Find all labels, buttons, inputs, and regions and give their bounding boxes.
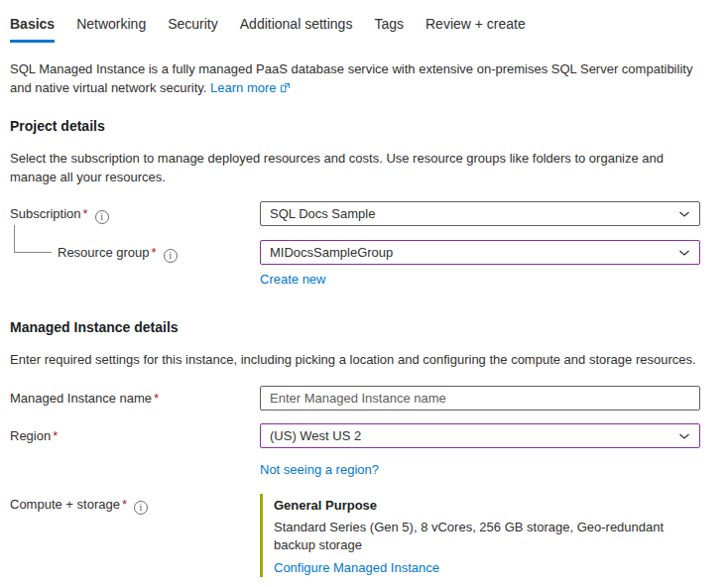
- instance-name-label-cell: Managed Instance name*: [10, 386, 260, 406]
- external-link-icon: [280, 82, 291, 93]
- chevron-down-icon: [678, 247, 690, 259]
- subscription-dropdown-value: SQL Docs Sample: [270, 206, 375, 221]
- info-icon[interactable]: i: [95, 210, 109, 224]
- learn-more-label: Learn more: [210, 80, 276, 95]
- instance-name-input[interactable]: [260, 386, 700, 411]
- tab-additional-settings[interactable]: Additional settings: [240, 12, 353, 43]
- tab-tags[interactable]: Tags: [374, 12, 404, 43]
- region-label: Region: [10, 428, 51, 443]
- subscription-dropdown[interactable]: SQL Docs Sample: [260, 201, 700, 226]
- region-dropdown-value: (US) West US 2: [270, 428, 361, 443]
- service-description: SQL Managed Instance is a fully managed …: [10, 59, 704, 97]
- chevron-down-icon: [678, 208, 690, 220]
- learn-more-link[interactable]: Learn more: [210, 80, 291, 95]
- region-help-row: Not seeing a region?: [10, 462, 718, 477]
- tab-networking[interactable]: Networking: [76, 12, 146, 43]
- service-description-text: SQL Managed Instance is a fully managed …: [10, 61, 692, 95]
- required-asterisk: *: [154, 391, 159, 406]
- resource-group-label-cell: Resource group*i: [10, 240, 260, 263]
- resource-group-label: Resource group: [58, 245, 150, 260]
- sku-tier-name: General Purpose: [274, 495, 700, 513]
- compute-storage-label-cell: Compute + storage*i: [10, 494, 260, 515]
- required-asterisk: *: [152, 245, 157, 260]
- info-icon[interactable]: i: [164, 249, 178, 263]
- not-seeing-region-link[interactable]: Not seeing a region?: [260, 462, 379, 477]
- resource-group-dropdown-value: MIDocsSampleGroup: [270, 245, 393, 260]
- region-dropdown[interactable]: (US) West US 2: [260, 423, 700, 448]
- tab-security[interactable]: Security: [168, 12, 218, 43]
- subscription-label: Subscription: [10, 206, 81, 221]
- create-managed-instance-basics-page: Basics Networking Security Additional se…: [0, 0, 728, 577]
- subscription-label-cell: Subscription*i: [10, 201, 260, 224]
- subscription-row: Subscription*i SQL Docs Sample: [10, 201, 718, 226]
- region-row: Region* (US) West US 2: [10, 423, 718, 448]
- project-details-heading: Project details: [10, 118, 718, 134]
- configure-managed-instance-link[interactable]: Configure Managed Instance: [274, 560, 439, 575]
- wizard-tab-bar: Basics Networking Security Additional se…: [10, 12, 718, 43]
- create-new-resource-group-link[interactable]: Create new: [260, 272, 325, 287]
- region-label-cell: Region*: [10, 423, 260, 443]
- info-icon[interactable]: i: [134, 501, 148, 515]
- tab-review-create[interactable]: Review + create: [425, 12, 526, 43]
- sku-tier-description: Standard Series (Gen 5), 8 vCores, 256 G…: [274, 519, 696, 554]
- tab-basics[interactable]: Basics: [10, 12, 55, 43]
- project-details-description: Select the subscription to manage deploy…: [10, 149, 702, 186]
- instance-name-row: Managed Instance name*: [10, 386, 718, 411]
- instance-details-description: Enter required settings for this instanc…: [10, 350, 702, 369]
- chevron-down-icon: [678, 430, 690, 442]
- hierarchy-connector-line: [14, 225, 52, 253]
- resource-group-row: Resource group*i MIDocsSampleGroup Creat…: [10, 240, 718, 287]
- required-asterisk: *: [83, 206, 88, 221]
- compute-storage-label: Compute + storage: [10, 497, 120, 512]
- instance-name-label: Managed Instance name: [10, 391, 152, 406]
- compute-storage-row: Compute + storage*i General Purpose Stan…: [10, 494, 718, 577]
- selected-sku-summary: General Purpose Standard Series (Gen 5),…: [260, 494, 700, 577]
- resource-group-dropdown[interactable]: MIDocsSampleGroup: [260, 240, 700, 265]
- instance-details-heading: Managed Instance details: [10, 319, 718, 335]
- required-asterisk: *: [53, 428, 58, 443]
- required-asterisk: *: [122, 497, 127, 512]
